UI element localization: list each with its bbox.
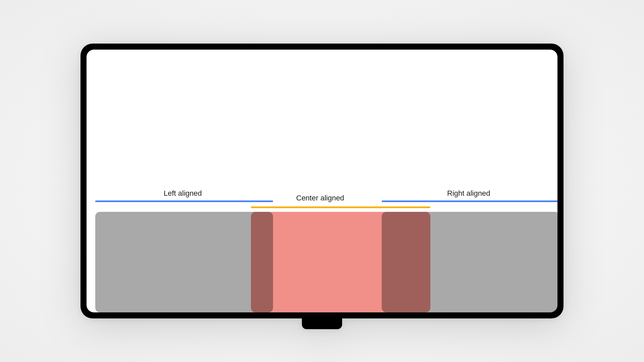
center-underline-bar: [251, 206, 430, 208]
right-underline-bar: [382, 200, 557, 202]
monitor-frame: Left aligned Center aligned Right aligne…: [80, 44, 564, 318]
left-underline-bar: [95, 200, 273, 202]
left-card: [95, 212, 273, 312]
monitor-illustration: Left aligned Center aligned Right aligne…: [80, 44, 564, 318]
center-aligned-label: Center aligned: [296, 194, 344, 202]
left-aligned-label: Left aligned: [164, 189, 202, 198]
monitor-stand: [302, 316, 342, 329]
right-aligned-label: Right aligned: [447, 189, 490, 198]
alignment-labels: Left aligned Center aligned Right aligne…: [87, 189, 557, 199]
center-card: [251, 212, 430, 312]
alignment-cards: [87, 212, 557, 312]
screen: Left aligned Center aligned Right aligne…: [87, 50, 557, 312]
